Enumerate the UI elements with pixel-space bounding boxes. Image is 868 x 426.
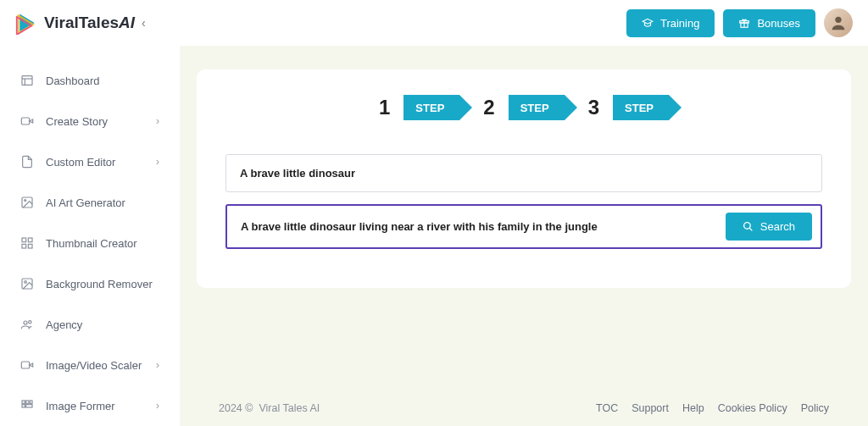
story-prompt-row: Search [225, 204, 822, 249]
play-logo-icon [15, 11, 39, 35]
sidebar-item-label: Image/Video Scaler [46, 359, 142, 372]
footer: 2024 © Viral Tales AI TOCSupportHelpCook… [197, 387, 851, 426]
step-number: 1 [379, 96, 390, 119]
search-icon [743, 221, 754, 232]
svg-rect-13 [28, 244, 32, 248]
chevron-right-icon: › [156, 400, 159, 412]
sidebar-item-custom-editor[interactable]: Custom Editor› [0, 146, 180, 178]
video-icon [20, 114, 34, 128]
file-icon [20, 155, 34, 169]
svg-rect-11 [28, 238, 32, 242]
user-avatar[interactable] [824, 8, 853, 37]
step-label[interactable]: STEP [613, 95, 669, 120]
image-icon [20, 196, 34, 209]
svg-line-26 [749, 228, 752, 230]
footer-link-toc[interactable]: TOC [596, 402, 618, 414]
footer-link-support[interactable]: Support [632, 402, 669, 414]
gift-icon [738, 17, 750, 29]
chevron-right-icon: › [156, 359, 159, 371]
academic-cap-icon [642, 17, 654, 29]
svg-rect-23 [22, 405, 25, 407]
svg-point-9 [25, 200, 26, 202]
suggestion-box[interactable]: A brave little dinosaur [225, 154, 822, 192]
sidebar: DashboardCreate Story›Custom Editor›AI A… [0, 46, 180, 426]
step-label[interactable]: STEP [403, 95, 459, 120]
logo[interactable]: ViralTalesAI ‹ [15, 11, 146, 35]
step-number: 2 [483, 96, 494, 119]
svg-point-15 [25, 281, 27, 284]
search-button[interactable]: Search [726, 213, 812, 241]
footer-copyright: 2024 © Viral Tales AI [219, 402, 320, 414]
svg-point-16 [24, 321, 27, 324]
former-icon [20, 399, 34, 412]
sidebar-item-create-story[interactable]: Create Story› [0, 105, 180, 137]
step-number: 3 [588, 96, 599, 119]
footer-links: TOCSupportHelpCookies PolicyPolicy [596, 402, 829, 414]
sidebar-item-label: Image Former [46, 400, 115, 412]
sidebar-item-agency[interactable]: Agency [0, 308, 180, 340]
sidebar-item-label: Create Story [46, 115, 108, 128]
svg-rect-18 [21, 362, 29, 368]
layout-icon [20, 74, 34, 87]
main-content: 1 STEP 2 STEP 3 STEP A brave little dino… [180, 46, 868, 426]
svg-rect-24 [26, 405, 32, 407]
logo-text: ViralTalesAI [44, 14, 135, 32]
footer-link-cookies-policy[interactable]: Cookies Policy [718, 402, 787, 414]
sidebar-item-background-remover[interactable]: Background Remover [0, 268, 180, 300]
step-label[interactable]: STEP [509, 95, 565, 120]
scaler-icon [20, 358, 34, 372]
step-1: 1 STEP [379, 95, 459, 120]
chevron-right-icon: › [156, 156, 159, 168]
step-3: 3 STEP [588, 95, 669, 120]
footer-link-help[interactable]: Help [682, 402, 704, 414]
svg-rect-6 [21, 118, 29, 124]
app-header: ViralTalesAI ‹ Training Bonuses [0, 0, 868, 46]
svg-point-2 [835, 17, 841, 23]
step-indicator: 1 STEP 2 STEP 3 STEP [225, 95, 822, 120]
sidebar-item-thumbnail-creator[interactable]: Thumbnail Creator [0, 227, 180, 259]
header-actions: Training Bonuses [626, 8, 853, 37]
sidebar-item-image-former[interactable]: Image Former› [0, 390, 180, 422]
step-2: 2 STEP [483, 95, 564, 120]
sidebar-item-label: Agency [46, 318, 82, 331]
svg-rect-22 [30, 401, 32, 403]
svg-rect-21 [26, 401, 29, 403]
sidebar-item-label: Thumbnail Creator [46, 237, 137, 250]
svg-rect-3 [22, 76, 32, 86]
svg-rect-12 [22, 244, 26, 248]
sidebar-item-label: Custom Editor [46, 156, 115, 169]
sidebar-item-dashboard[interactable]: Dashboard [0, 64, 180, 97]
footer-link-policy[interactable]: Policy [801, 402, 829, 414]
avatar-icon [829, 14, 848, 32]
sidebar-item-label: AI Art Generator [46, 196, 125, 209]
sidebar-item-label: Background Remover [46, 278, 153, 290]
svg-point-25 [743, 223, 750, 230]
svg-rect-10 [22, 238, 26, 242]
training-button[interactable]: Training [626, 9, 715, 37]
picture-icon [20, 277, 34, 290]
collapse-sidebar-icon[interactable]: ‹ [142, 16, 146, 30]
content-card: 1 STEP 2 STEP 3 STEP A brave little dino… [197, 69, 851, 288]
bonuses-button[interactable]: Bonuses [723, 9, 815, 37]
sidebar-item-label: Dashboard [46, 75, 100, 87]
users-icon [20, 318, 34, 331]
svg-point-17 [29, 321, 31, 324]
sidebar-item-image-video-scaler[interactable]: Image/Video Scaler› [0, 349, 180, 381]
story-prompt-input[interactable] [241, 220, 717, 233]
chevron-right-icon: › [156, 115, 159, 127]
sidebar-item-ai-art-generator[interactable]: AI Art Generator [0, 186, 180, 219]
svg-rect-20 [22, 401, 25, 403]
grid-icon [20, 236, 34, 250]
